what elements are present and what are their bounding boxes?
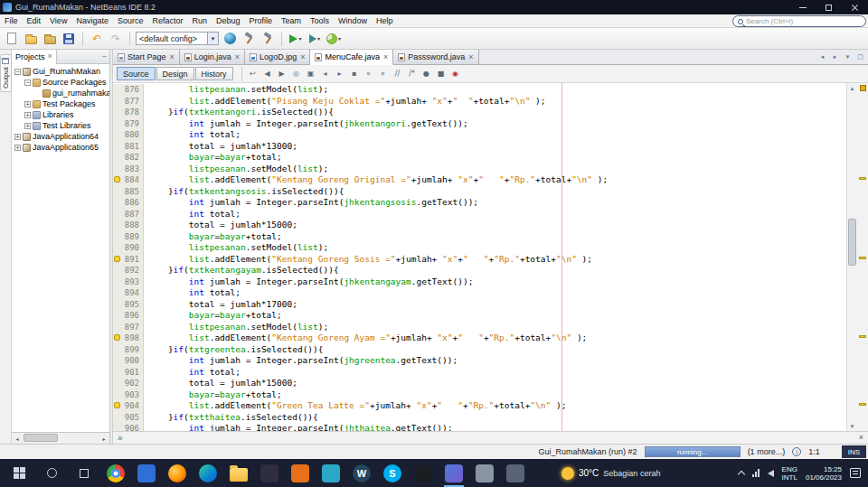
collapse-icon[interactable]: − xyxy=(24,80,31,86)
code-line[interactable]: 894 int total; xyxy=(113,287,868,299)
projects-tab[interactable]: Projects × xyxy=(12,50,57,64)
menu-tools[interactable]: Tools xyxy=(306,16,334,25)
view-history-button[interactable]: History xyxy=(195,67,233,80)
menu-refactor[interactable]: Refactor xyxy=(147,16,187,25)
slate-app-taskbar-button[interactable] xyxy=(500,459,531,487)
code-line[interactable]: 906 int jumlah = Integer.parseInt(jhthai… xyxy=(113,423,868,431)
vscroll-thumb[interactable] xyxy=(848,219,856,266)
code-editor[interactable]: 876 listpesanan.setModel(list);877 list.… xyxy=(113,83,868,431)
code-line[interactable]: 880 int total; xyxy=(113,129,868,141)
tree-item-libraries[interactable]: +Libraries xyxy=(12,109,109,120)
scroll-right-icon[interactable]: ▸ xyxy=(99,433,109,444)
language-indicator[interactable]: ENG INTL xyxy=(782,465,797,482)
expand-icon[interactable]: + xyxy=(24,101,31,108)
forward-icon[interactable]: ▶ xyxy=(276,68,288,80)
minimize-group-icon[interactable]: − xyxy=(102,52,107,61)
hscroll-track[interactable] xyxy=(23,433,99,444)
last-edit-icon[interactable]: ↩ xyxy=(247,68,259,80)
menu-team[interactable]: Team xyxy=(277,16,306,25)
expand-icon[interactable]: + xyxy=(24,123,31,129)
tab-passsword-java[interactable]: Passsword.java× xyxy=(393,50,478,65)
gray-app-taskbar-button[interactable] xyxy=(469,459,500,487)
start-button[interactable] xyxy=(3,459,35,487)
scroll-up-icon[interactable]: ▲ xyxy=(847,83,857,93)
code-line[interactable]: 900 int jumlah = Integer.parseInt(jhgree… xyxy=(113,355,868,367)
code-line[interactable]: 895 total = jumlah*17000; xyxy=(113,299,868,311)
tab-start-page[interactable]: Start Page× xyxy=(113,50,180,65)
close-tab-icon[interactable]: × xyxy=(170,52,175,61)
taskbar-search-button[interactable] xyxy=(35,459,68,487)
code-line[interactable]: 905 }if(txtthaitea.isSelected()){ xyxy=(113,412,868,424)
close-tab-icon[interactable]: × xyxy=(300,52,305,61)
code-line[interactable]: 881 total = jumlah*13000; xyxy=(113,141,868,153)
expand-icon[interactable]: + xyxy=(14,134,21,140)
search-input[interactable] xyxy=(746,17,861,25)
code-line[interactable]: 893 int jumlah = Integer.parseInt(jhkent… xyxy=(113,276,868,288)
maximize-button[interactable] xyxy=(816,0,842,14)
code-line[interactable]: 879 int jumlah = Integer.parseInt(jhkent… xyxy=(113,118,868,130)
scroll-tabs-left-icon[interactable]: ◂ xyxy=(816,52,828,63)
undo-button[interactable]: ↶ xyxy=(89,31,105,47)
code-line[interactable]: 898 list.addElement("Kentang Goreng Ayam… xyxy=(113,332,868,344)
debug-project-button[interactable]: ▾ xyxy=(307,31,323,47)
code-line[interactable]: 904 list.addElement("Green Tea Latte ="+… xyxy=(113,400,868,412)
save-all-button[interactable] xyxy=(61,31,77,47)
highlight-occurrences-icon[interactable]: ▣ xyxy=(305,68,317,80)
code-line[interactable]: 889 bayar=bayar+total; xyxy=(113,231,868,243)
task-view-button[interactable] xyxy=(68,459,100,487)
tree-item-test-libraries[interactable]: +Test Libraries xyxy=(12,120,109,131)
tree-item-javaapplication65[interactable]: +JavaApplication65 xyxy=(12,142,109,153)
title-bar[interactable]: Gui_RumahMakan - NetBeans IDE 8.2 xyxy=(0,0,868,14)
progress-bar[interactable]: running... xyxy=(645,446,741,457)
scroll-down-icon[interactable]: ▼ xyxy=(847,421,857,431)
code-line[interactable]: 876 listpesanan.setModel(list); xyxy=(113,84,868,96)
info-icon[interactable]: i xyxy=(792,447,801,456)
close-tab-icon[interactable]: × xyxy=(468,52,473,61)
deploy-button[interactable] xyxy=(222,31,238,47)
network-icon[interactable] xyxy=(752,469,760,477)
close-tab-icon[interactable]: × xyxy=(383,52,388,61)
config-select[interactable]: <default config> ▾ xyxy=(136,32,219,45)
toggle-bookmark-icon[interactable]: ▪ xyxy=(348,68,361,80)
back-icon[interactable]: ◀ xyxy=(261,68,274,80)
weather-widget[interactable]: 30°C Sebagian cerah xyxy=(554,467,667,480)
menu-window[interactable]: Window xyxy=(334,16,372,25)
code-line[interactable]: 897 listpesanan.setModel(list); xyxy=(113,322,868,333)
tree-item-test-packages[interactable]: +Test Packages xyxy=(12,98,109,109)
close-icon[interactable]: × xyxy=(859,434,863,442)
scroll-tabs-right-icon[interactable]: ▸ xyxy=(829,52,841,63)
code-line[interactable]: 884 list.addElement("Kentang Goreng Orig… xyxy=(113,174,868,186)
code-line[interactable]: 887 int total; xyxy=(113,209,868,220)
menu-edit[interactable]: Edit xyxy=(23,16,46,25)
code-line[interactable]: 890 listpesanan.setModel(list); xyxy=(113,242,868,254)
code-line[interactable]: 899 }if(txtgreentea.isSelected()){ xyxy=(113,344,868,356)
quick-search[interactable] xyxy=(732,15,866,27)
warning-stripe-mark[interactable] xyxy=(859,257,866,259)
menu-file[interactable]: File xyxy=(0,16,23,25)
volume-icon[interactable] xyxy=(768,470,774,477)
warning-stripe-mark[interactable] xyxy=(859,335,866,338)
code-line[interactable]: 901 int total; xyxy=(113,367,868,379)
tree-item-gui-rumahmakan[interactable]: gui_rumahmakan xyxy=(12,88,109,98)
tree-item-gui-rumahmakan[interactable]: −Gui_RumahMakan xyxy=(12,66,109,77)
menu-run[interactable]: Run xyxy=(187,16,212,25)
chrome-taskbar-button[interactable] xyxy=(100,459,131,487)
scroll-left-icon[interactable]: ◂ xyxy=(12,433,23,444)
toggle-breakpoint-icon[interactable]: ◉ xyxy=(449,68,462,80)
view-design-button[interactable]: Design xyxy=(156,67,194,80)
chevron-down-icon[interactable]: ▾ xyxy=(317,35,320,42)
edge-taskbar-button[interactable] xyxy=(193,459,223,487)
menu-profile[interactable]: Profile xyxy=(245,16,278,25)
chevron-down-icon[interactable]: ▾ xyxy=(207,33,218,44)
uncomment-icon[interactable]: /* xyxy=(406,68,419,80)
comment-icon[interactable]: // xyxy=(392,68,404,80)
tab-logod-jpg[interactable]: LogoD.jpg× xyxy=(245,50,310,65)
expand-icon[interactable]: + xyxy=(24,112,31,118)
profile-project-button[interactable]: ▾ xyxy=(326,31,342,47)
expand-icon[interactable]: + xyxy=(14,145,21,151)
close-tab-icon[interactable]: × xyxy=(235,52,240,61)
code-line[interactable]: 888 total = jumlah*15000; xyxy=(113,220,868,231)
start-macro-icon[interactable]: ● xyxy=(420,68,433,80)
code-line[interactable]: 878 }if(txtkentangori.isSelected()){ xyxy=(113,107,868,118)
warning-stripe-mark[interactable] xyxy=(859,177,866,180)
